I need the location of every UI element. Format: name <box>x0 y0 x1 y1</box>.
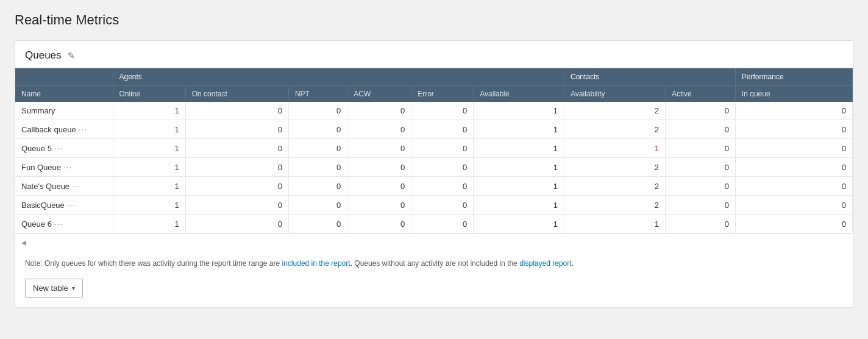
cell-availability: 2 <box>564 196 666 215</box>
cell-npt: 0 <box>288 158 347 177</box>
section-title: Queues <box>25 49 62 62</box>
table-row: BasicQueue ···100001200 <box>15 196 853 215</box>
cell-available: 1 <box>474 196 564 215</box>
new-table-label: New table <box>33 284 68 293</box>
table-row: Summary100001200 <box>15 102 853 120</box>
cell-error: 0 <box>411 139 474 158</box>
cell-online: 1 <box>113 158 185 177</box>
name-cell: Queue 6 ··· <box>15 215 113 234</box>
table-section: Queues ✎ Agents Contacts Performance Nam… <box>15 40 853 308</box>
queue-name: BasicQueue <box>21 201 65 210</box>
table-row: Nate's Queue ···100001200 <box>15 177 853 196</box>
row-menu-button[interactable]: ··· <box>54 219 63 229</box>
name-cell: BasicQueue ··· <box>15 196 113 215</box>
page-wrapper: Real-time Metrics Queues ✎ Agents Contac… <box>0 0 868 339</box>
col-active: Active <box>665 86 735 102</box>
cell-availability: 2 <box>564 158 666 177</box>
sub-header-row: Name Online On contact NPT ACW Error Ava… <box>15 86 853 102</box>
row-menu-button[interactable]: ··· <box>54 143 63 153</box>
cell-available: 1 <box>474 120 564 139</box>
col-on-contact: On contact <box>185 86 288 102</box>
queue-name: Fun Queue <box>21 163 61 172</box>
cell-acw: 0 <box>347 158 411 177</box>
row-menu-button[interactable]: ··· <box>78 124 87 134</box>
cell-availability: 2 <box>564 177 666 196</box>
cell-on-contact: 0 <box>185 158 288 177</box>
cell-in-queue: 0 <box>735 196 852 215</box>
cell-error: 0 <box>411 158 474 177</box>
new-table-button[interactable]: New table ▾ <box>25 279 83 298</box>
cell-acw: 0 <box>347 139 411 158</box>
cell-error: 0 <box>411 120 474 139</box>
name-cell: Fun Queue ··· <box>15 158 113 177</box>
cell-online: 1 <box>113 196 185 215</box>
cell-active: 0 <box>665 196 735 215</box>
cell-active: 0 <box>665 102 735 120</box>
cell-online: 1 <box>113 177 185 196</box>
cell-active: 0 <box>665 139 735 158</box>
cell-on-contact: 0 <box>185 120 288 139</box>
agents-group-header: Agents <box>113 68 564 86</box>
metrics-table: Agents Contacts Performance Name Online … <box>15 68 853 234</box>
cell-npt: 0 <box>288 215 347 234</box>
cell-error: 0 <box>411 196 474 215</box>
table-row: Callback queue ···100001200 <box>15 120 853 139</box>
performance-group-header: Performance <box>735 68 852 86</box>
col-available: Available <box>474 86 564 102</box>
cell-available: 1 <box>474 215 564 234</box>
cell-online: 1 <box>113 120 185 139</box>
actions-section: New table ▾ <box>15 271 853 307</box>
cell-acw: 0 <box>347 102 411 120</box>
cell-available: 1 <box>474 158 564 177</box>
col-in-queue: In queue <box>735 86 852 102</box>
note-link1[interactable]: included in the report <box>282 259 350 268</box>
cell-acw: 0 <box>347 215 411 234</box>
note-text-middle: . Queues without any activity are not in… <box>350 259 520 268</box>
name-cell: Nate's Queue ··· <box>15 177 113 196</box>
cell-npt: 0 <box>288 120 347 139</box>
queue-name: Nate's Queue <box>21 182 69 191</box>
row-menu-button[interactable]: ··· <box>66 200 76 210</box>
cell-on-contact: 0 <box>185 196 288 215</box>
row-menu-button[interactable]: ··· <box>63 162 73 172</box>
section-header: Queues ✎ <box>15 41 853 68</box>
queue-name: Queue 6 <box>21 219 52 229</box>
cell-active: 0 <box>665 177 735 196</box>
note-text-before: Note: Only queues for which there was ac… <box>25 259 282 268</box>
cell-on-contact: 0 <box>185 102 288 120</box>
queue-name: Callback queue <box>21 125 76 134</box>
name-cell: Queue 5 ··· <box>15 139 113 158</box>
table-row: Queue 5 ···100001100 <box>15 139 853 158</box>
table-scroll-wrapper: Agents Contacts Performance Name Online … <box>15 68 853 234</box>
cell-on-contact: 0 <box>185 177 288 196</box>
cell-active: 0 <box>665 120 735 139</box>
cell-error: 0 <box>411 215 474 234</box>
cell-in-queue: 0 <box>735 139 852 158</box>
cell-in-queue: 0 <box>735 177 852 196</box>
cell-npt: 0 <box>288 177 347 196</box>
cell-npt: 0 <box>288 139 347 158</box>
note-link2[interactable]: displayed report <box>519 259 571 268</box>
cell-available: 1 <box>474 102 564 120</box>
dropdown-arrow-icon: ▾ <box>72 285 75 291</box>
cell-available: 1 <box>474 139 564 158</box>
cell-acw: 0 <box>347 120 411 139</box>
table-row: Queue 6 ···100001100 <box>15 215 853 234</box>
name-cell: Callback queue ··· <box>15 120 113 139</box>
cell-acw: 0 <box>347 196 411 215</box>
cell-availability: 1 <box>564 215 666 234</box>
page-title: Real-time Metrics <box>15 12 853 28</box>
cell-on-contact: 0 <box>185 139 288 158</box>
row-menu-button[interactable]: ··· <box>72 181 81 191</box>
cell-active: 0 <box>665 215 735 234</box>
cell-availability: 1 <box>564 139 666 158</box>
cell-available: 1 <box>474 177 564 196</box>
name-group-header <box>15 68 113 86</box>
col-availability: Availability <box>564 86 666 102</box>
cell-online: 1 <box>113 139 185 158</box>
edit-icon[interactable]: ✎ <box>68 51 75 60</box>
contacts-group-header: Contacts <box>564 68 736 86</box>
scroll-indicator[interactable]: ◂ <box>15 234 853 251</box>
table-row: Fun Queue ···100001200 <box>15 158 853 177</box>
cell-error: 0 <box>411 177 474 196</box>
